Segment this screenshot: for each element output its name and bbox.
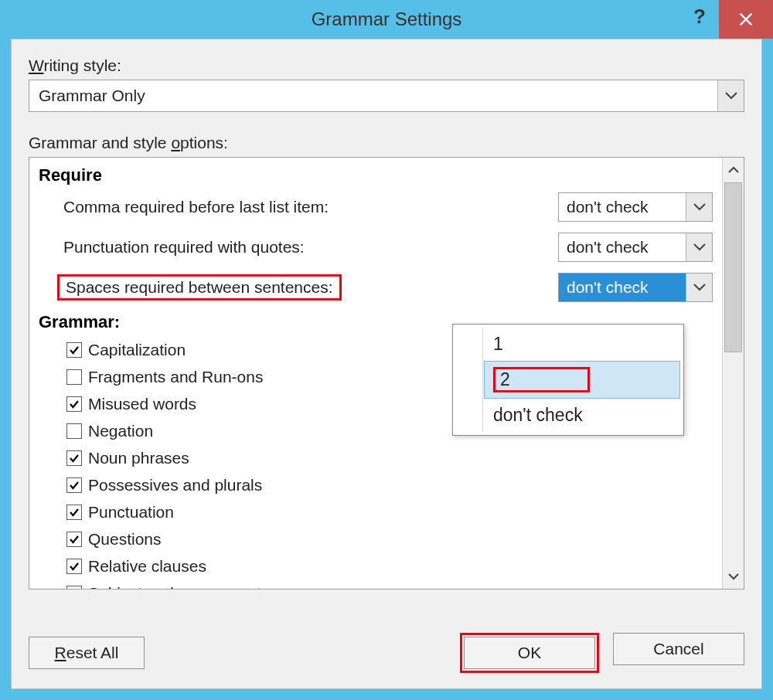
menu-item-1[interactable]: 1	[484, 328, 680, 361]
checkbox[interactable]	[66, 532, 82, 547]
checkbox[interactable]	[66, 369, 82, 385]
grammar-item-label: Noun phrases	[88, 449, 189, 467]
grammar-item-label: Negation	[88, 422, 153, 440]
cancel-button[interactable]: Cancel	[613, 633, 744, 665]
grammar-item: Punctuation	[39, 501, 713, 524]
help-button[interactable]: ?	[680, 0, 719, 39]
grammar-item-label: Misused words	[88, 395, 196, 413]
checkbox[interactable]	[66, 396, 82, 412]
writing-style-value: Grammar Only	[39, 87, 145, 105]
scrollbar[interactable]	[722, 158, 744, 589]
options-label: Grammar and style options:	[29, 134, 744, 152]
scroll-down-icon[interactable]	[723, 564, 744, 589]
grammar-item: Questions	[39, 528, 713, 551]
combo-punctuation[interactable]: don't check	[558, 233, 713, 262]
checkbox[interactable]	[66, 559, 82, 574]
ok-highlight: OK	[460, 633, 599, 673]
require-row-spaces: Spaces required between sentences: don't…	[39, 272, 713, 303]
grammar-item-label: Fragments and Run-ons	[88, 368, 263, 386]
grammar-item-label: Possessives and plurals	[88, 476, 262, 494]
chevron-down-icon	[686, 193, 712, 221]
ok-button[interactable]: OK	[464, 637, 595, 669]
grammar-item: Subject-verb agreement	[39, 582, 713, 589]
chevron-down-icon	[717, 80, 744, 111]
writing-style-combo[interactable]: Grammar Only	[29, 80, 744, 112]
require-row-comma: Comma required before last list item: do…	[39, 192, 713, 223]
titlebar: Grammar Settings ?	[0, 0, 773, 39]
bottom-buttons: Reset All OK Cancel	[29, 633, 744, 673]
require-header: Require	[39, 165, 713, 185]
checkbox[interactable]	[66, 586, 82, 589]
grammar-item: Possessives and plurals	[39, 474, 713, 497]
scroll-track[interactable]	[723, 182, 744, 564]
grammar-item-label: Capitalization	[88, 341, 186, 359]
grammar-item: Relative clauses	[39, 555, 713, 578]
chevron-down-icon	[686, 274, 712, 301]
close-icon	[737, 11, 754, 28]
grammar-item-label: Subject-verb agreement	[88, 584, 261, 589]
menu-item-dont-check[interactable]: don't check	[484, 399, 680, 432]
checkbox[interactable]	[66, 342, 82, 358]
titlebar-buttons: ?	[680, 0, 773, 39]
grammar-item: Noun phrases	[39, 447, 713, 470]
checkbox[interactable]	[66, 450, 82, 466]
grammar-item-label: Questions	[88, 530, 162, 549]
menu-item-2[interactable]: 2	[484, 361, 680, 399]
grammar-item-label: Punctuation	[88, 503, 174, 522]
checkbox[interactable]	[66, 477, 82, 493]
combo-spaces[interactable]: don't check	[558, 273, 713, 302]
require-row-punctuation: Punctuation required with quotes: don't …	[39, 232, 713, 263]
checkbox[interactable]	[66, 423, 82, 439]
close-button[interactable]	[719, 0, 773, 39]
checkbox[interactable]	[66, 505, 82, 520]
dialog-title: Grammar Settings	[312, 8, 462, 30]
reset-all-button[interactable]: Reset All	[29, 637, 145, 669]
combo-comma[interactable]: don't check	[558, 192, 713, 222]
scroll-thumb[interactable]	[724, 182, 742, 352]
spaces-dropdown-menu: 1 2 don't check	[452, 324, 684, 436]
grammar-item-label: Relative clauses	[88, 557, 206, 576]
chevron-down-icon	[686, 233, 712, 261]
scroll-up-icon[interactable]	[723, 158, 744, 182]
writing-style-label: Writing style:	[29, 56, 744, 75]
